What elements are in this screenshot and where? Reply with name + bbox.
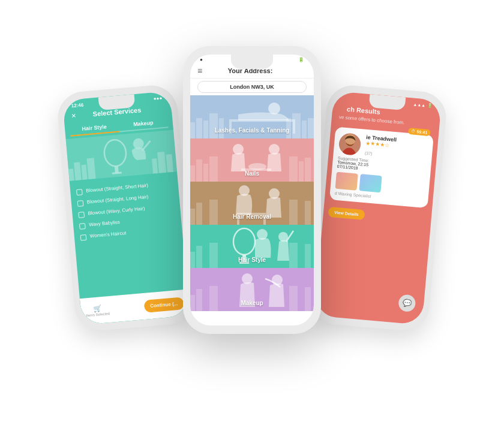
svg-point-50 [233,228,255,255]
cart-icon: 🛒 [93,305,102,312]
chat-icon[interactable]: 💬 [398,294,416,312]
left-phone-illustration [66,130,177,181]
nails-label: Nails [190,170,314,177]
svg-rect-4 [152,158,158,174]
checkbox-1[interactable] [76,189,83,195]
close-icon[interactable]: ✕ [71,112,76,119]
center-phone-notch [231,55,273,69]
cart-label: Items Selected [86,312,110,317]
svg-rect-1 [74,162,82,180]
card-lashes-facials[interactable]: Lashes, Facials & Tanning [190,95,314,138]
left-phone-bottom-bar: 🛒 Items Selected Continue (... [80,290,190,325]
right-signal: ▲▲▲ [413,102,425,107]
timer-icon: ⏱ [411,129,416,134]
left-phone-signal: ●●● [153,95,162,101]
continue-button[interactable]: Continue (... [143,297,184,313]
svg-rect-14 [209,113,218,138]
card-hair-style[interactable]: Hair Style [190,225,314,268]
checkbox-2[interactable] [77,200,84,207]
pro-card: ⏱ 59:41 ie Treadw [329,126,434,208]
checkbox-4[interactable] [79,223,86,230]
left-phone-time: 12:46 [71,103,83,109]
hair-style-label: Hair Style [190,257,314,263]
pro-photo-1 [335,172,358,191]
placeholder-icon [158,108,164,108]
svg-point-34 [248,163,266,170]
phones-container: 12:46 ●●● ✕ Select Services Hair Style M… [66,16,438,412]
right-phone-screen: ▲▲▲ 🔋 ch Results ve some offers to choos… [314,91,442,325]
avatar-art [338,132,362,156]
pro-info: ie Treadwell ★★★★☆ (37) [364,134,397,159]
svg-rect-28 [289,156,298,182]
cart-section: 🛒 Items Selected [85,304,110,317]
service-label-5: Women's Haircut [89,230,126,240]
right-phone: ▲▲▲ 🔋 ch Results ve some offers to choos… [308,83,448,333]
svg-rect-39 [305,201,311,225]
pro-avatar [338,132,362,156]
checkbox-3[interactable] [78,212,85,218]
timer-badge: ⏱ 59:41 [408,128,431,136]
svg-rect-5 [157,152,166,173]
card-hair-removal[interactable]: Hair Removal [190,182,314,225]
timer-value: 59:41 [416,129,427,135]
svg-rect-57 [209,286,218,311]
svg-rect-59 [305,287,311,311]
svg-rect-47 [209,243,218,268]
lashes-label: Lashes, Facials & Tanning [190,127,314,134]
center-signal-left: ● [200,57,203,62]
left-phone-service-list: Blowout (Straight, Short Hair) Blowout (… [70,174,183,247]
tab-hair-style[interactable]: Hair Style [70,120,119,137]
makeup-label: Makeup [190,300,314,306]
service-label-4: Wavy Babyliss [89,219,120,228]
address-bar[interactable]: London NW3, UK [197,81,307,93]
svg-rect-6 [166,154,173,173]
svg-rect-37 [209,200,218,225]
left-phone-screen: 12:46 ●●● ✕ Select Services Hair Style M… [62,91,190,325]
svg-rect-3 [87,158,96,179]
svg-rect-2 [81,165,87,180]
card-makeup[interactable]: Makeup [190,268,314,311]
hair-removal-label: Hair Removal [190,213,314,220]
tab-makeup[interactable]: Makeup [118,116,168,131]
svg-rect-30 [305,158,311,182]
left-phone-art [66,130,177,181]
svg-rect-21 [229,119,295,122]
card-nails[interactable]: Nails [190,138,314,182]
svg-point-7 [103,139,127,167]
svg-rect-38 [289,200,298,225]
menu-icon[interactable]: ≡ [197,66,202,76]
svg-rect-48 [289,243,298,268]
center-phone: ● 11:59 🔋 ≡ Your Address: London NW3, UK [183,46,321,334]
pro-reviews: (37) [365,151,373,156]
svg-rect-0 [68,168,74,181]
svg-rect-49 [305,244,311,268]
checkbox-5[interactable] [80,234,87,241]
center-phone-screen: ● 11:59 🔋 ≡ Your Address: London NW3, UK [190,55,314,325]
pro-photo-2 [359,174,382,192]
center-battery: 🔋 [298,57,304,62]
svg-rect-27 [209,156,218,182]
right-battery: 🔋 [427,103,433,108]
left-phone: 12:46 ●●● ✕ Select Services Hair Style M… [56,83,196,333]
svg-rect-58 [289,286,298,311]
view-details-button[interactable]: View Details [328,207,365,220]
